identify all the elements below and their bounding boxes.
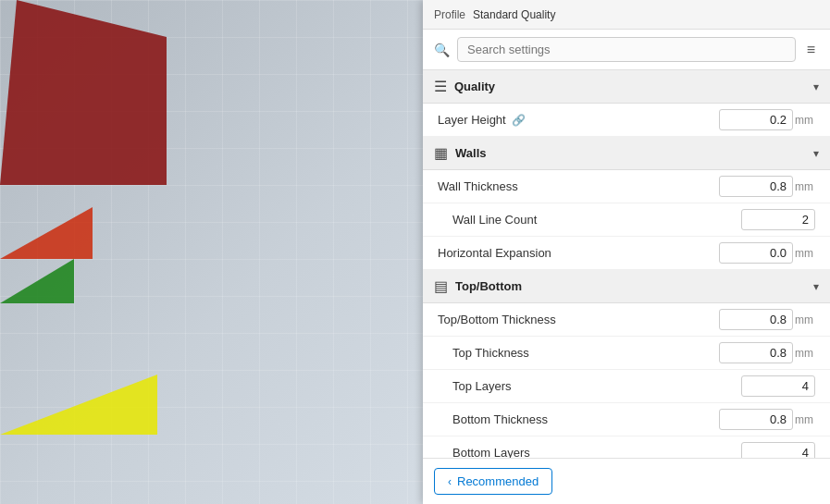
section-title-top-bottom: Top/Bottom [455,279,522,293]
setting-input-wrap-wall-line-count [741,209,815,230]
setting-input-wrap-layer-height: mm [719,109,815,130]
model-red-layer [0,185,93,259]
setting-unit-layer-height: mm [795,114,815,127]
setting-label-top-layers: Top Layers [452,379,741,393]
setting-row-top-layers: Top Layers [423,370,830,403]
setting-input-wrap-top-thickness: mm [719,342,815,363]
setting-input-top-layers[interactable] [741,375,815,397]
model-green-layer [0,259,74,314]
section-header-top-bottom[interactable]: ▤ Top/Bottom ▾ [423,270,830,303]
section-title-walls: Walls [455,146,486,160]
model-cyan-outer [0,435,241,504]
setting-input-layer-height[interactable] [719,109,793,130]
setting-unit-horizontal-expansion: mm [795,247,815,260]
bottom-bar: ‹ Recommended [423,458,830,504]
search-icon: 🔍 [434,43,450,57]
section-icon-walls: ▦ [434,144,448,162]
model-yellow-layer [0,314,157,435]
link-icon[interactable]: 🔗 [512,114,526,127]
setting-input-wrap-top-layers [741,375,815,397]
setting-input-wall-line-count[interactable] [741,209,815,230]
setting-row-wall-thickness: Wall Thicknessmm [423,170,830,203]
setting-label-horizontal-expansion: Horizontal Expansion [438,246,719,260]
setting-label-wall-thickness: Wall Thickness [438,179,719,193]
setting-label-bottom-layers: Bottom Layers [452,446,741,458]
chevron-left-icon: ‹ [448,475,452,488]
model-dark-layer [0,0,167,185]
section-header-walls[interactable]: ▦ Walls ▾ [423,137,830,170]
recommended-button[interactable]: ‹ Recommended [434,468,552,495]
setting-input-wrap-bottom-layers [741,442,815,458]
setting-input-wrap-top-bottom-thickness: mm [719,309,815,330]
section-header-left-top-bottom: ▤ Top/Bottom [434,277,522,295]
setting-unit-top-bottom-thickness: mm [795,313,815,326]
profile-value: Standard Quality [473,8,555,21]
setting-row-layer-height: Layer Height🔗mm [423,104,830,137]
section-header-left-quality: ☰ Quality [434,78,495,95]
setting-input-bottom-thickness[interactable] [719,409,793,430]
setting-input-wall-thickness[interactable] [719,176,793,197]
section-title-quality: Quality [454,80,495,93]
search-bar: 🔍 ≡ [423,30,830,70]
setting-input-wrap-bottom-thickness: mm [719,409,815,430]
setting-unit-bottom-thickness: mm [795,413,815,426]
setting-input-bottom-layers[interactable] [741,442,815,458]
setting-unit-wall-thickness: mm [795,180,815,193]
setting-row-wall-line-count: Wall Line Count [423,203,830,237]
setting-input-wrap-wall-thickness: mm [719,176,815,197]
setting-row-top-thickness: Top Thicknessmm [423,337,830,370]
section-header-quality[interactable]: ☰ Quality ▾ [423,70,830,104]
profile-bar: Profile Standard Quality [423,0,830,30]
setting-input-wrap-horizontal-expansion: mm [719,242,815,264]
setting-unit-top-thickness: mm [795,347,815,360]
menu-icon[interactable]: ≡ [803,39,819,61]
section-header-left-walls: ▦ Walls [434,144,486,162]
setting-input-top-thickness[interactable] [719,342,793,363]
section-icon-quality: ☰ [434,78,447,95]
setting-label-top-bottom-thickness: Top/Bottom Thickness [438,313,719,326]
setting-row-bottom-layers: Bottom Layers [423,436,830,458]
setting-input-horizontal-expansion[interactable] [719,242,793,264]
setting-row-bottom-thickness: Bottom Thicknessmm [423,403,830,436]
section-icon-top-bottom: ▤ [434,277,448,295]
setting-label-top-thickness: Top Thickness [452,346,719,360]
section-chevron-walls: ▾ [813,147,819,160]
section-chevron-quality: ▾ [813,80,819,93]
settings-panel: Profile Standard Quality 🔍 ≡ ☰ Quality ▾… [423,0,830,504]
setting-label-bottom-thickness: Bottom Thickness [452,412,719,426]
recommended-label: Recommended [457,474,539,488]
setting-label-layer-height: Layer Height🔗 [438,113,719,127]
setting-row-top-bottom-thickness: Top/Bottom Thicknessmm [423,303,830,337]
section-chevron-top-bottom: ▾ [813,280,819,293]
setting-label-wall-line-count: Wall Line Count [452,213,741,227]
settings-content[interactable]: ☰ Quality ▾ Layer Height🔗mm ▦ Walls ▾ Wa… [423,70,830,458]
search-input[interactable] [457,37,796,62]
profile-label: Profile [434,8,465,21]
setting-input-top-bottom-thickness[interactable] [719,309,793,330]
setting-row-horizontal-expansion: Horizontal Expansionmm [423,237,830,270]
